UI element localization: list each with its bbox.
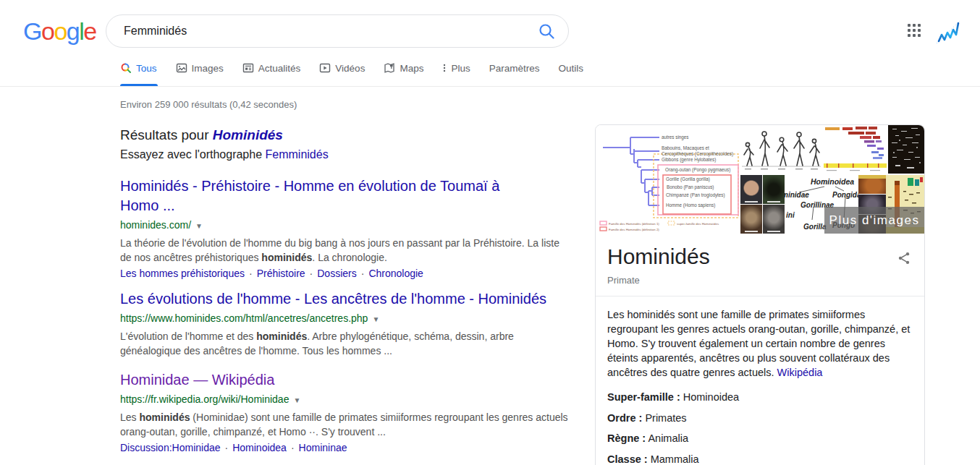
taxonomy-label: minidae — [785, 191, 809, 199]
map-pin-icon — [384, 62, 395, 74]
panel-image-skeleton-evolution[interactable] — [740, 125, 822, 174]
tab-images[interactable]: Images — [176, 62, 224, 74]
search-tabs: Tous Images Actualités — [120, 62, 583, 74]
result-sitelinks: Discussion:Hominidae·Hominoidea·Hominina… — [120, 440, 569, 455]
snippet-text: L'évolution de l'homme et des — [120, 330, 256, 342]
fact-label: Classe : — [607, 453, 648, 465]
chevron-down-icon[interactable]: ▼ — [293, 396, 300, 404]
tree-label: Orang-outan (Pongo pygmaeus) — [665, 167, 730, 173]
logo-letter: o — [54, 17, 66, 46]
chevron-down-icon[interactable]: ▼ — [372, 315, 379, 323]
tab-tous[interactable]: Tous — [120, 62, 157, 74]
tab-maps[interactable]: Maps — [384, 62, 423, 74]
tab-label: Plus — [451, 63, 470, 74]
taxonomy-label: Pongida — [832, 191, 858, 199]
result-sitelinks: Les hommes préhistoriques·Préhistoire·Do… — [120, 266, 569, 281]
taxonomy-label: Gorilla — [803, 223, 827, 231]
fact-value: Primates — [645, 412, 686, 424]
tab-label: Vidéos — [335, 63, 365, 74]
news-icon — [242, 62, 254, 74]
tabs-divider — [0, 86, 980, 87]
result-url[interactable]: hominides.com/▼ — [120, 218, 569, 234]
fact-label: Super-famille : — [607, 391, 680, 403]
tree-label: Gorille (Gorilla gorilla) — [666, 176, 710, 182]
fact-row: Classe : Mammalia — [607, 453, 913, 465]
tree-legend: Famille des Hominidés (définition 1) — [609, 222, 659, 226]
tab-label: Outils — [558, 63, 583, 74]
separator: · — [225, 442, 229, 453]
tab-actualites[interactable]: Actualités — [242, 62, 301, 74]
spelling-block: Résultats pour Hominidés Essayez avec l'… — [120, 127, 329, 161]
fact-row: Ordre : Primates — [607, 412, 913, 424]
search-icon[interactable] — [538, 22, 556, 40]
google-logo[interactable]: Google — [23, 17, 96, 46]
tree-legend: super-famille des Hominoïdes — [677, 222, 719, 226]
tab-outils[interactable]: Outils — [558, 63, 583, 74]
separator: · — [361, 268, 365, 279]
snippet-text: Les — [120, 411, 139, 423]
logo-letter: o — [41, 17, 54, 46]
search-result: Hominidae — Wikipédia https://fr.wikiped… — [120, 370, 569, 455]
result-url[interactable]: https://www.hominides.com/html/ancetres/… — [120, 311, 569, 327]
sitelink[interactable]: Les hommes préhistoriques — [120, 268, 245, 279]
more-vertical-icon — [442, 62, 447, 74]
tree-label: Chimpanzé (Pan troglodytes) — [666, 192, 725, 198]
orangutan-photo — [858, 175, 886, 194]
profile-doodle-icon[interactable] — [932, 16, 964, 48]
tree-label: Cercopithèques (Cercopithécoïdes) — [662, 151, 733, 157]
panel-image-collage[interactable]: autres singes Babouins, Macaques et Cerc… — [596, 125, 924, 234]
chevron-down-icon[interactable]: ▼ — [195, 222, 203, 230]
snippet-text: . La chronologie. — [312, 252, 387, 263]
results-for-label: Résultats pour — [120, 127, 213, 142]
result-title[interactable]: Hominidés - Préhistoire - Homme en évolu… — [120, 176, 538, 216]
corrected-query-link[interactable]: Hominidés — [213, 127, 283, 142]
taxonomy-label: ini — [786, 211, 795, 219]
original-query-link[interactable]: Femminidés — [266, 148, 329, 161]
fact-row: Super-famille : Hominoidea — [607, 391, 913, 403]
sitelink[interactable]: Discussion:Hominidae — [120, 442, 221, 453]
panel-image-dark-chart[interactable] — [888, 125, 924, 174]
sitelink[interactable]: Chronologie — [368, 268, 423, 279]
panel-facts: Super-famille : Hominoidea Ordre : Prima… — [596, 387, 924, 465]
panel-header: Hominidés Primate — [596, 234, 924, 296]
sitelink[interactable]: Hominoidea — [232, 442, 287, 453]
panel-image-phylogenetic-tree[interactable]: autres singes Babouins, Macaques et Cerc… — [596, 125, 740, 234]
result-title[interactable]: Les évolutions de l'homme - Les ancêtres… — [120, 289, 569, 309]
tab-parametres[interactable]: Paramètres — [489, 63, 540, 74]
panel-image-primate-faces[interactable] — [740, 175, 785, 234]
results-stats: Environ 259 000 résultats (0,42 secondes… — [120, 99, 297, 110]
tab-label: Images — [192, 63, 224, 74]
sitelink[interactable]: Homininae — [299, 442, 347, 453]
share-icon[interactable] — [897, 251, 911, 265]
try-spelling-label: Essayez avec l'orthographe — [120, 148, 266, 161]
panel-image-timeline-chart[interactable] — [822, 125, 888, 174]
sitelink[interactable]: Préhistoire — [257, 268, 305, 279]
result-snippet: Les hominidés (Hominidae) sont une famil… — [120, 410, 569, 439]
human-face-photo — [740, 175, 762, 204]
chimp-face-photo — [740, 205, 762, 234]
result-url-text: hominides.com/ — [120, 219, 191, 231]
video-icon — [319, 62, 331, 74]
tab-videos[interactable]: Vidéos — [319, 62, 365, 74]
more-images-button[interactable]: Plus d'images — [824, 207, 924, 234]
tree-label: Homme (Homo sapiens) — [666, 202, 715, 208]
fact-label: Règne : — [607, 432, 646, 444]
search-input[interactable] — [124, 16, 522, 46]
wikipedia-link[interactable]: Wikipédia — [777, 367, 823, 378]
sitelink[interactable]: Dossiers — [317, 268, 356, 279]
logo-letter: G — [23, 17, 41, 46]
tab-label: Actualités — [258, 63, 301, 74]
fact-value: Hominoidea — [683, 391, 739, 403]
search-colored-icon — [120, 62, 132, 74]
panel-description: Les hominidés sont une famille de primat… — [596, 297, 924, 387]
description-text: Les hominidés sont une famille de primat… — [607, 309, 910, 378]
search-bar[interactable] — [106, 14, 569, 48]
tab-plus[interactable]: Plus — [442, 62, 470, 74]
apps-grid-icon[interactable] — [908, 24, 922, 38]
fact-value: Mammalia — [651, 453, 699, 465]
result-url-text: https://www.hominides.com/html/ancetres/… — [120, 312, 368, 324]
result-url[interactable]: https://fr.wikipedia.org/wiki/Hominidae▼ — [120, 392, 569, 408]
fact-value: Animalia — [648, 432, 688, 444]
search-result: Les évolutions de l'homme - Les ancêtres… — [120, 289, 569, 358]
result-title[interactable]: Hominidae — Wikipédia — [120, 370, 569, 390]
